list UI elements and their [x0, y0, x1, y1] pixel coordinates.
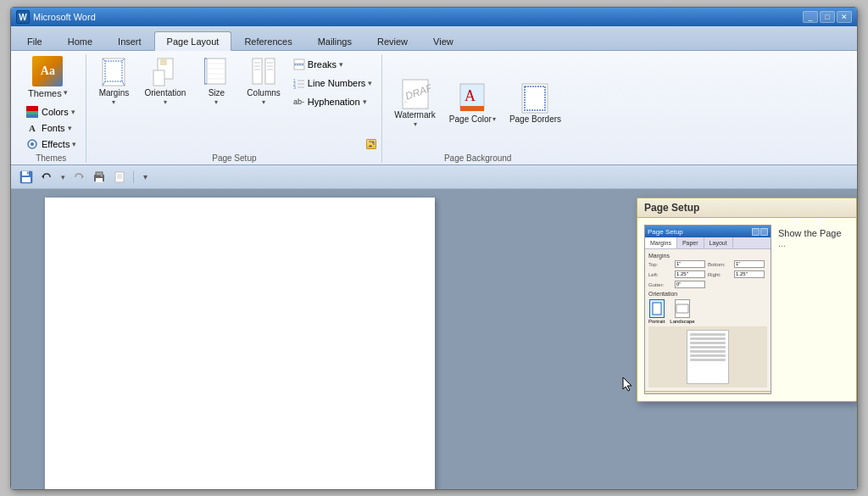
right-label: Right: [708, 272, 732, 277]
left-input[interactable]: 1.25" [675, 270, 705, 278]
dialog-tab-paper[interactable]: Paper [677, 237, 704, 248]
colors-button[interactable]: Colors ▾ [23, 104, 79, 120]
fonts-button[interactable]: A Fonts ▾ [23, 120, 79, 136]
popup-content: Page Setup Margins Paper [637, 218, 856, 401]
page-color-icon: A [457, 82, 487, 114]
dialog-top-row: Top: 1" Bottom: 1" [648, 260, 767, 268]
gutter-input[interactable]: 0" [675, 281, 705, 288]
window-title: Microsoft Word [33, 12, 803, 22]
save-quick-button[interactable] [18, 169, 35, 186]
maximize-button[interactable]: □ [820, 11, 835, 23]
landscape-icon[interactable] [675, 299, 690, 318]
close-button[interactable]: ✕ [837, 11, 852, 23]
page-color-arrow: ▾ [492, 115, 496, 123]
themes-button[interactable]: Themes ▾ [23, 54, 73, 100]
orientation-button[interactable]: Orientation ▾ [139, 54, 191, 108]
columns-icon [248, 56, 279, 88]
svg-rect-12 [160, 59, 167, 65]
minimize-button[interactable]: _ [803, 11, 818, 23]
tab-references[interactable]: References [231, 31, 304, 50]
tab-page-layout[interactable]: Page Layout [154, 31, 232, 51]
popup-title: Page Setup [637, 198, 856, 218]
svg-point-4 [31, 142, 34, 146]
svg-rect-55 [96, 172, 103, 176]
line-numbers-button[interactable]: 1 2 3 Line Numbers ▾ [291, 75, 375, 92]
dialog-tab-layout[interactable]: Layout [704, 237, 733, 248]
redo-quick-button[interactable] [70, 169, 87, 186]
page-setup-group-label: Page Setup [93, 152, 375, 163]
tab-file[interactable]: File [14, 31, 55, 50]
page-borders-icon [520, 82, 550, 114]
margins-section-label: Margins [648, 253, 767, 259]
ribbon-group-page-background: DRAFT A Watermark ▾ A [382, 54, 573, 163]
svg-rect-57 [101, 176, 103, 176]
watermark-button[interactable]: DRAFT A Watermark ▾ [389, 76, 441, 130]
dialog-minimize-icon [752, 228, 760, 236]
ribbon-tab-bar: File Home Insert Page Layout References … [11, 26, 857, 50]
tab-home[interactable]: Home [55, 31, 105, 50]
tab-insert[interactable]: Insert [105, 31, 154, 50]
portrait-icon[interactable] [649, 299, 665, 318]
page-setup-launcher-button[interactable] [366, 139, 376, 149]
customize-quick-access-button[interactable]: ▾ [139, 169, 151, 186]
line-numbers-arrow: ▾ [368, 79, 372, 87]
undo-dropdown-button[interactable]: ▾ [58, 169, 67, 186]
bottom-input[interactable]: 1" [734, 260, 765, 268]
orientation-arrow: ▾ [164, 98, 167, 106]
fonts-arrow: ▾ [68, 124, 72, 132]
document-area: Page Setup Page Setup Margins [11, 189, 857, 489]
colors-icon [25, 105, 39, 119]
size-button[interactable]: Size ▾ [196, 54, 236, 108]
dialog-footer: Apply to: Whole document [645, 391, 771, 394]
left-label: Left: [648, 272, 672, 277]
svg-rect-45 [460, 106, 484, 111]
dialog-tab-margins[interactable]: Margins [645, 237, 677, 248]
effects-button[interactable]: Effects ▾ [23, 137, 79, 152]
page-setup-right-buttons: Breaks ▾ 1 2 3 Li [291, 54, 375, 110]
hyphenation-button[interactable]: ab- Hyphenation ▾ [291, 93, 375, 110]
print-preview-quick-button[interactable] [111, 169, 128, 186]
landscape-label: Landscape [670, 319, 694, 324]
columns-button[interactable]: Columns ▾ [242, 54, 285, 108]
app-window: W Microsoft Word _ □ ✕ File Home Insert … [10, 7, 858, 490]
page-color-button[interactable]: A Page Color ▾ [444, 81, 501, 126]
svg-rect-63 [676, 304, 688, 313]
dialog-title-bar: Page Setup [645, 226, 771, 237]
right-input[interactable]: 1.25" [734, 270, 765, 278]
undo-quick-button[interactable] [38, 169, 55, 186]
breaks-button[interactable]: Breaks ▾ [291, 56, 375, 73]
orientation-icon [150, 56, 181, 88]
preview-line-4 [690, 346, 726, 348]
ribbon-group-page-setup: Margins ▾ Orientation ▾ [86, 54, 382, 163]
dialog-preview: Page Setup Margins Paper [644, 225, 771, 394]
dialog-preview-area [648, 326, 767, 387]
title-bar: W Microsoft Word _ □ ✕ [11, 8, 857, 26]
dialog-tabs: Margins Paper Layout [645, 237, 771, 249]
svg-marker-53 [81, 175, 84, 179]
preview-line-3 [690, 342, 726, 344]
svg-rect-14 [207, 59, 225, 84]
quick-access-toolbar: ▾ ▾ [11, 165, 857, 189]
tab-view[interactable]: View [420, 31, 466, 50]
page-borders-button[interactable]: Page Borders [504, 81, 566, 126]
size-arrow: ▾ [214, 98, 218, 106]
gutter-label: Gutter: [648, 282, 672, 287]
svg-rect-31 [294, 65, 304, 70]
breaks-arrow: ▾ [339, 60, 343, 69]
hyphenation-icon: ab- [293, 96, 305, 108]
hyphenation-arrow: ▾ [363, 98, 367, 106]
tab-mailings[interactable]: Mailings [305, 31, 364, 50]
svg-rect-30 [294, 59, 304, 64]
top-label: Top: [648, 262, 672, 267]
margins-button[interactable]: Margins ▾ [93, 54, 134, 108]
themes-group-content: Themes ▾ [23, 54, 79, 152]
top-input[interactable]: 1" [675, 260, 705, 268]
preview-line-2 [690, 337, 726, 340]
cursor [621, 376, 635, 393]
portrait-label: Portrait [648, 319, 665, 324]
print-quick-button[interactable] [91, 169, 108, 186]
tab-review[interactable]: Review [364, 31, 420, 50]
svg-text:ab-: ab- [293, 98, 304, 106]
effects-arrow: ▾ [72, 140, 76, 148]
breaks-icon [293, 59, 305, 70]
